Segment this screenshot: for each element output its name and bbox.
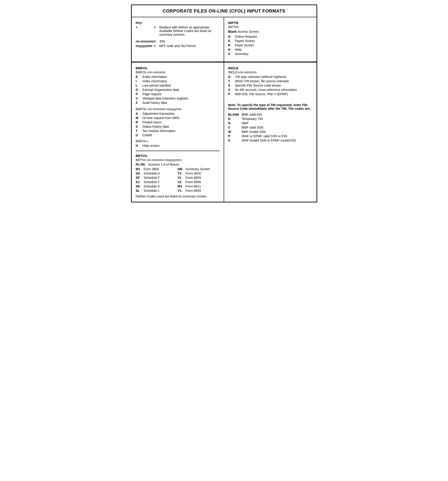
bmfol-item: VVestigial data (retention register) [136, 97, 220, 100]
brtvu-item: SMSummary Screen [177, 167, 220, 171]
code-desc: CAWR [143, 133, 220, 137]
code-letter: G [228, 75, 235, 79]
code-desc: IRAF or EPMF valid SSN or EIN [242, 134, 312, 138]
key-equals-3: = [154, 44, 159, 48]
code-desc: Schedule J [144, 180, 178, 184]
note-bold-intro: Note: To specify the type of TIN request… [228, 103, 311, 110]
code-letter: R [228, 43, 235, 47]
code-desc: Summary Screen [185, 167, 220, 171]
code-letter: Z [136, 101, 143, 105]
code-letter: U [136, 133, 143, 137]
code-desc: Entity information [143, 75, 220, 79]
bmfol-title: BMFOL [136, 66, 220, 70]
brtvu-code: BRTVU nn-nnnnnnn nnyyyymm+ [136, 158, 220, 162]
brtvu-definer-note: Definer Codes used are listed on summary… [136, 195, 220, 198]
bmfol-item: LLast period satisfied [136, 84, 220, 87]
bmfol-code3: BMFOL+ [136, 139, 220, 143]
code-desc: Temporary TIN [242, 117, 312, 121]
bmfol-item: OExempt Organization data [136, 88, 220, 91]
code-desc: Adjustment transaction [143, 112, 220, 115]
brtvu-item: T3Form 4626 [177, 172, 220, 175]
code-letter: SF [136, 176, 144, 180]
code-letter: I [136, 79, 143, 83]
code-desc: Help [235, 48, 312, 51]
bmfol-list3: HHelp screen [136, 144, 220, 147]
brtvu-item: M1Form 3800 [136, 167, 178, 171]
brtvu-col2: SMSummary ScreenT3Form 4626V1Form 8609V2… [177, 167, 220, 193]
code-letter: H [136, 144, 143, 147]
inole-item: SSpecific-File Source code known [228, 84, 312, 87]
code-desc: BMF valid SSN [242, 126, 312, 129]
inole-item: PWith EIN, File Source, Plan # (EPMF) [228, 92, 312, 96]
brtvu-item: SLSchedule L [136, 189, 178, 192]
code-letter: SL [136, 189, 144, 192]
note-item: BLANKBMF valid EIN [228, 113, 312, 116]
page-title: CORPORATE FILES ON-LINE (CFOL) INPUT FOR… [132, 5, 316, 17]
note-text: Note: To specify the type of TIN request… [228, 103, 312, 110]
brtvu-col1: M1Form 3800SASchedule ASFSchedule FSJSch… [136, 167, 178, 193]
code-letter: S [228, 84, 235, 87]
code-letter: D [228, 117, 242, 121]
code-desc: Index (Summary) [143, 79, 220, 83]
note-item: DTemporary TIN [228, 117, 312, 121]
code-letter: S [136, 125, 143, 128]
code-desc: Form 3800 [144, 167, 178, 171]
code-letter: L [136, 84, 143, 87]
code-letter: O [228, 35, 235, 38]
code-desc: Summary [235, 52, 312, 56]
brtvu-item: SKSchedule K [136, 185, 178, 188]
brtvu-r1r6-desc: Screens 1-6 of Return [148, 163, 179, 166]
code-letter: T [228, 79, 235, 83]
code-desc: Schedule F [144, 176, 178, 180]
bmfol-item: PPage request [136, 92, 220, 96]
code-letter: R [136, 120, 143, 124]
key-ein-code: nn-nnnnnnn [136, 39, 154, 43]
inole-list: GTIN type unknown (without hyphens)TWhen… [228, 75, 312, 96]
code-letter: T3 [177, 172, 185, 175]
key-equals-2: = [154, 39, 160, 43]
code-letter: SM [177, 167, 185, 171]
bmfol-item: SStatus history data [136, 125, 220, 128]
bmfol-item: ZAudit history data [136, 101, 220, 105]
irptr-item: RPayer Screen [228, 43, 312, 47]
code-letter: SJ [136, 180, 144, 184]
brtvu-item: W1Form 8611 [177, 185, 220, 188]
note-item: NNMF [228, 121, 312, 125]
key-mft-desc: MFT code and Tax Period [159, 44, 220, 48]
key-section: Key: + = Replace with definer as appropr… [132, 17, 224, 61]
code-desc: BMF invalid SSN [242, 130, 312, 134]
irptr-section: IRPTR IRPTR+ Blank Access Screen OOnline… [224, 17, 316, 61]
code-letter: H [228, 48, 235, 51]
bmfol-list1: EEntity informationIIndex (Summary)LLast… [136, 75, 220, 105]
irptr-code-list: OOnline RequestEPayee ScreenRPayer Scree… [228, 35, 312, 56]
code-desc: Schedule K [144, 185, 178, 188]
code-desc: Form 8609 [185, 176, 220, 180]
code-desc: Audit history data [143, 101, 220, 105]
code-desc: Form 8693 [185, 189, 220, 192]
code-letter: BLANK [228, 113, 242, 116]
bmfol-item: RPosted return [136, 120, 220, 124]
bmfol-item: UCAWR [136, 133, 220, 137]
code-desc: BMF valid EIN [242, 113, 312, 116]
code-letter: A [136, 112, 143, 115]
code-letter: P [228, 92, 235, 96]
code-desc: TIN type unknown (without hyphens) [235, 75, 312, 79]
brtvu-item: V1Form 8609 [177, 176, 220, 180]
code-desc: With EIN, File Source, Plan # (EPMF) [235, 92, 312, 96]
code-letter: V2 [177, 180, 185, 184]
code-desc: Posted return [143, 120, 220, 124]
brtvu-title: BRTVU [136, 154, 220, 158]
code-desc: NMF [242, 121, 312, 125]
inole-code: INOLE+nn-nnnnnnn [228, 70, 312, 74]
code-letter: N [228, 121, 242, 125]
code-desc: Help screen [143, 144, 220, 147]
code-letter: W [228, 130, 242, 134]
code-letter: SA [136, 172, 144, 175]
note-item: VBMF valid SSN [228, 126, 312, 129]
key-plus-desc: Replace with definer as appropriate. Ava… [159, 25, 220, 36]
code-desc: Online Request [235, 35, 312, 38]
code-desc: Tax module information [143, 129, 220, 133]
inole-item: TWhen TIN known, file source unknown [228, 79, 312, 83]
code-letter: P [228, 134, 242, 138]
code-letter: V [136, 97, 143, 100]
